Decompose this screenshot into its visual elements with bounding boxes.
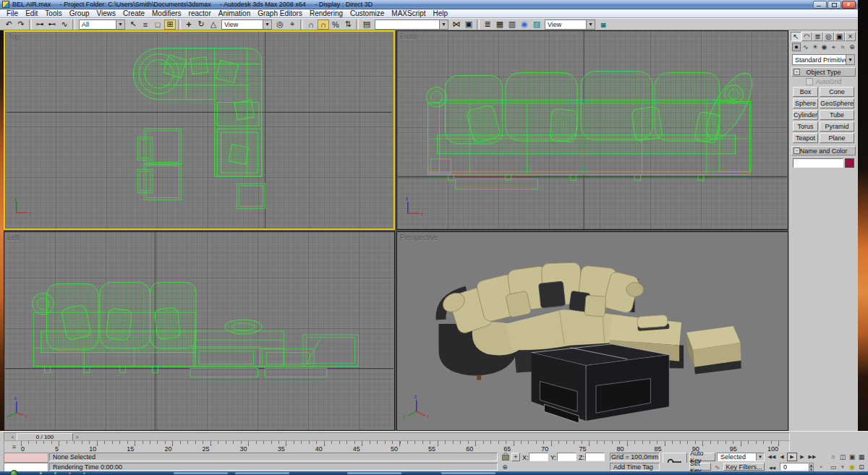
viewport-left[interactable]: Left	[4, 231, 395, 431]
undo-icon[interactable]: ↶	[3, 20, 14, 30]
zoom-extents-all-icon[interactable]: ▦	[857, 453, 866, 461]
primitive-button[interactable]: Cone	[820, 87, 854, 97]
toolbar-separator[interactable]	[477, 20, 480, 30]
quick-render-icon[interactable]: ◙	[597, 20, 609, 30]
maximize-button[interactable]	[827, 1, 841, 9]
named-sets-dropdown[interactable]	[375, 20, 448, 30]
next-frame-arrow[interactable]: >	[74, 434, 80, 440]
select-object-icon[interactable]: ↖	[127, 20, 139, 30]
layer-manager-icon[interactable]: ≣	[482, 20, 493, 30]
window-crossing-icon[interactable]: ⊞	[164, 20, 176, 30]
category-cameras-icon[interactable]: ◉	[820, 43, 829, 51]
curve-editor-icon[interactable]: ▦	[494, 20, 506, 30]
mini-curve-editor-icon[interactable]: ≡	[9, 442, 19, 450]
select-scale-icon[interactable]: △	[208, 20, 219, 30]
use-pivot-center-icon[interactable]: ◎	[274, 20, 286, 30]
primitive-button[interactable]: Teapot	[793, 133, 818, 143]
current-frame-field[interactable]: 0	[780, 463, 809, 471]
selection-filter-dropdown[interactable]: All	[79, 20, 125, 30]
start-orb-icon[interactable]	[10, 470, 18, 475]
toolbar-separator[interactable]	[178, 20, 181, 30]
toolbar-separator[interactable]	[300, 20, 303, 30]
category-helpers-icon[interactable]: ⌖	[829, 43, 838, 51]
set-key-button[interactable]: Set Key	[689, 463, 711, 471]
toolbar-separator[interactable]	[356, 20, 359, 30]
go-to-start-button[interactable]: ◀◀	[767, 453, 777, 461]
taskbar-window-button[interactable]	[174, 472, 228, 474]
select-manipulate-icon[interactable]: ⌖	[286, 20, 298, 30]
quick-launch-icon[interactable]	[83, 472, 85, 474]
selection-lock-icon[interactable]	[502, 455, 509, 461]
percent-snap-icon[interactable]: %	[330, 20, 341, 30]
primitive-button[interactable]: Pyramid	[820, 121, 854, 132]
snap-toggle-3d-icon[interactable]: ∩	[305, 20, 317, 30]
field-of-view-icon[interactable]: ▭	[829, 463, 838, 471]
subcategory-dropdown[interactable]: Standard Primitives	[792, 54, 855, 65]
object-type-rollout-header[interactable]: - Object Type	[791, 67, 856, 77]
pan-icon[interactable]: +	[838, 463, 847, 471]
tab-motion[interactable]: ◎	[823, 32, 834, 41]
select-by-name-icon[interactable]: ≡	[140, 20, 151, 30]
close-button[interactable]: x	[842, 1, 856, 9]
selection-region-icon[interactable]: □	[152, 20, 163, 30]
coordsys-dropdown[interactable]: View	[221, 20, 272, 30]
key-mode-toggle-icon[interactable]: ◀◀	[767, 463, 778, 471]
go-to-end-button[interactable]: ▶▶	[807, 453, 817, 461]
x-coord-field[interactable]	[529, 453, 548, 461]
viewport-front[interactable]: Front	[396, 30, 788, 230]
select-rotate-icon[interactable]: ↻	[195, 20, 207, 30]
next-frame-button[interactable]: ▶	[797, 453, 807, 461]
primitive-button[interactable]: Box	[793, 87, 818, 97]
render-view-dropdown[interactable]: View	[545, 20, 595, 30]
unlink-selection-icon[interactable]: ⊷	[46, 20, 58, 30]
tab-create[interactable]: ↖	[791, 32, 801, 41]
taskbar-window-button[interactable]	[347, 472, 401, 474]
arc-rotate-icon[interactable]: ◉	[848, 463, 856, 471]
add-time-tag[interactable]: Add Time Tag	[610, 463, 660, 471]
new-key-curve-icon[interactable]: ∿	[712, 463, 722, 471]
name-color-rollout-header[interactable]: - Name and Color	[791, 146, 856, 155]
spinner-snap-icon[interactable]: ⇅	[342, 20, 354, 30]
select-link-icon[interactable]: ⊶	[34, 20, 46, 30]
windows-taskbar[interactable]	[0, 471, 868, 475]
viewport-top[interactable]: Top	[4, 30, 395, 230]
primitive-button[interactable]: Tube	[820, 110, 854, 120]
min-max-toggle-icon[interactable]: ⊡	[857, 463, 866, 471]
prev-frame-button[interactable]: ◀	[777, 453, 787, 461]
absolute-mode-icon[interactable]: +	[511, 453, 520, 461]
time-configuration-icon[interactable]: ◔	[816, 463, 825, 471]
category-spacewarps-icon[interactable]: ≈	[838, 43, 847, 51]
z-coord-field[interactable]	[585, 453, 605, 461]
tab-modify[interactable]: ◠	[801, 32, 812, 41]
select-move-icon[interactable]: +	[183, 20, 195, 30]
category-lights-icon[interactable]: ☀	[811, 43, 820, 51]
toolbar-separator[interactable]	[29, 20, 32, 30]
quick-launch-icon[interactable]	[40, 472, 42, 474]
collapse-icon[interactable]: -	[793, 147, 800, 154]
align-icon[interactable]: ▣	[463, 20, 475, 30]
material-editor-icon[interactable]: ◉	[519, 20, 530, 30]
category-geometry-icon[interactable]: ●	[792, 43, 801, 51]
primitive-button[interactable]: GeoSphere	[820, 98, 854, 108]
key-filters-button[interactable]: Key Filters...	[723, 463, 765, 471]
quick-launch-icon[interactable]	[54, 472, 56, 474]
y-coord-field[interactable]	[557, 453, 576, 461]
category-shapes-icon[interactable]: ∿	[801, 43, 810, 51]
communication-center-icon[interactable]: ⊕	[501, 463, 509, 471]
macro-recorder-pane[interactable]	[4, 453, 48, 463]
zoom-all-icon[interactable]: ◫	[838, 453, 847, 461]
redo-icon[interactable]: ↷	[15, 20, 27, 30]
render-setup-icon[interactable]: ▨	[531, 20, 542, 30]
taskbar-window-button[interactable]	[441, 472, 495, 474]
quick-launch-icon[interactable]	[69, 472, 71, 474]
angle-snap-icon[interactable]: ∩	[318, 20, 329, 30]
play-button[interactable]: ▶	[787, 453, 797, 461]
autogrid-checkbox[interactable]	[806, 78, 813, 85]
viewport-perspective[interactable]: Perspective	[396, 231, 788, 431]
prev-frame-arrow[interactable]: <	[9, 434, 16, 440]
tab-display[interactable]: ▣	[834, 32, 845, 41]
zoom-icon[interactable]: ○	[829, 453, 838, 461]
taskbar-window-button[interactable]	[235, 472, 289, 474]
zoom-extents-icon[interactable]: ▣	[848, 453, 856, 461]
frame-spinner[interactable]: ▲▼	[809, 463, 814, 471]
